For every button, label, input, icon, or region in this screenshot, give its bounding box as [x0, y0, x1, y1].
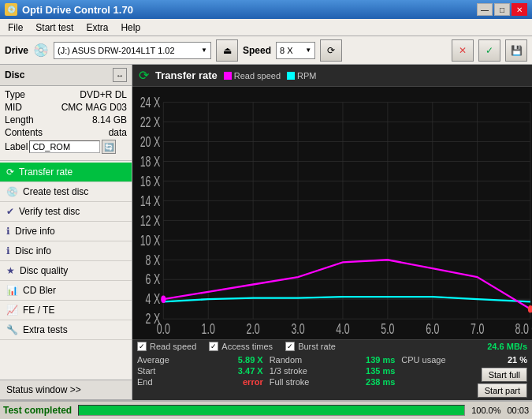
- cpu-usage-value: 21 %: [508, 355, 527, 365]
- burst-rate-value: 24.6 MB/s: [487, 342, 527, 351]
- type-label: Type: [5, 89, 25, 100]
- read-speed-stat-label: Read speed: [150, 342, 196, 351]
- third-stroke-value: 135 ms: [366, 366, 395, 376]
- nav-item-create-test-disc[interactable]: 💿 Create test disc: [0, 182, 132, 202]
- status-bar: Test completed 100.0% 00:03: [0, 400, 532, 419]
- burst-rate-checkbox[interactable]: ✓: [285, 342, 295, 351]
- menu-help[interactable]: Help: [116, 21, 145, 35]
- access-times-checkbox[interactable]: ✓: [209, 342, 218, 351]
- save-icon: 💾: [511, 45, 523, 56]
- nav-label-transfer-rate: Transfer rate: [19, 166, 73, 178]
- end-label: End: [137, 377, 153, 387]
- nav-item-disc-info[interactable]: ℹ Disc info: [0, 241, 132, 261]
- status-window-label: Status window >>: [6, 384, 81, 395]
- app-title: Opti Drive Control 1.70: [22, 4, 133, 16]
- svg-text:1.0: 1.0: [202, 320, 215, 336]
- type-value: DVD+R DL: [80, 89, 127, 100]
- data-rows: Average 5.89 X Start 3.47 X End error Ra…: [132, 353, 532, 400]
- svg-text:5.0: 5.0: [381, 320, 394, 336]
- label-input[interactable]: [29, 140, 100, 153]
- access-times-stat-label: Access times: [221, 342, 273, 351]
- disc-quality-icon: ★: [6, 265, 15, 276]
- read-speed-checkbox[interactable]: ✓: [137, 342, 147, 351]
- minimize-button[interactable]: —: [477, 3, 493, 16]
- disc-header-arrow[interactable]: ↔: [113, 68, 127, 82]
- title-bar: 💿 Opti Drive Control 1.70 — □ ✕: [0, 0, 532, 19]
- random-label: Random: [270, 355, 303, 365]
- drive-dropdown[interactable]: (J:) ASUS DRW-2014L1T 1.02 ▼: [54, 42, 211, 59]
- nav-item-fe-te[interactable]: 📈 FE / TE: [0, 301, 132, 320]
- contents-value: data: [109, 127, 127, 138]
- svg-text:8.0 GB: 8.0 GB: [515, 320, 532, 336]
- nav-label-disc-quality: Disc quality: [20, 265, 68, 276]
- nav-item-disc-quality[interactable]: ★ Disc quality: [0, 261, 132, 281]
- svg-text:8 X: 8 X: [146, 252, 161, 267]
- cpu-usage-label: CPU usage: [401, 355, 445, 365]
- clear-button[interactable]: ✕: [452, 39, 474, 62]
- refresh-icon: ⟳: [327, 45, 335, 56]
- check-button[interactable]: ✓: [478, 39, 500, 62]
- drive-icon: 💿: [33, 43, 49, 58]
- eject-button[interactable]: ⏏: [216, 39, 238, 62]
- maximize-button[interactable]: □: [494, 3, 510, 16]
- speed-dropdown[interactable]: 8 X ▼: [276, 42, 315, 59]
- read-speed-legend-color: [224, 72, 232, 80]
- nav-item-extra-tests[interactable]: 🔧 Extra tests: [0, 320, 132, 340]
- start-part-button[interactable]: Start part: [478, 383, 527, 398]
- chart-area: 24 X 22 X 20 X 18 X 16 X 14 X 12 X 10 X …: [132, 87, 532, 339]
- rpm-legend-label: RPM: [297, 71, 316, 80]
- nav-label-extra-tests: Extra tests: [23, 324, 68, 335]
- toolbar: Drive 💿 (J:) ASUS DRW-2014L1T 1.02 ▼ ⏏ S…: [0, 36, 532, 65]
- burst-rate-stat-label: Burst rate: [298, 342, 336, 351]
- svg-text:4.0: 4.0: [336, 320, 349, 336]
- nav-item-transfer-rate[interactable]: ⟳ Transfer rate: [0, 163, 132, 182]
- close-button[interactable]: ✕: [512, 3, 527, 16]
- svg-text:6 X: 6 X: [146, 271, 161, 287]
- svg-text:3.0: 3.0: [291, 320, 304, 336]
- full-stroke-label: Full stroke: [270, 377, 310, 387]
- main-area: Disc ↔ Type DVD+R DL MID CMC MAG D03 Len…: [0, 65, 532, 400]
- mid-label: MID: [5, 102, 22, 113]
- speed-value: 8 X: [280, 46, 293, 55]
- read-speed-legend-label: Read speed: [234, 71, 281, 80]
- menu-file[interactable]: File: [3, 21, 28, 35]
- menu-bar: File Start test Extra Help: [0, 19, 532, 36]
- left-panel: Disc ↔ Type DVD+R DL MID CMC MAG D03 Len…: [0, 65, 132, 400]
- refresh-button[interactable]: ⟳: [320, 39, 342, 62]
- contents-label: Contents: [5, 127, 43, 138]
- menu-extra[interactable]: Extra: [81, 21, 113, 35]
- drive-value: (J:) ASUS DRW-2014L1T 1.02: [58, 46, 175, 55]
- nav-label-create-test: Create test disc: [23, 186, 88, 197]
- transfer-rate-icon: ⟳: [6, 166, 14, 178]
- save-button[interactable]: 💾: [505, 39, 527, 62]
- nav-item-verify-test-disc[interactable]: ✔ Verify test disc: [0, 202, 132, 222]
- disc-info: Type DVD+R DL MID CMC MAG D03 Length 8.1…: [0, 86, 132, 159]
- check-icon: ✓: [485, 45, 493, 56]
- nav-item-cd-bler[interactable]: 📊 CD Bler: [0, 281, 132, 301]
- nav-label-cd-bler: CD Bler: [23, 285, 56, 296]
- stats-bar: ✓ Read speed ✓ Access times ✓ Burst rate…: [132, 339, 532, 353]
- svg-text:14 X: 14 X: [140, 193, 161, 208]
- data-col-3: CPU usage 21 % Start full Start part: [401, 354, 527, 398]
- chart-svg: 24 X 22 X 20 X 18 X 16 X 14 X 12 X 10 X …: [132, 90, 532, 336]
- speed-dropdown-arrow: ▼: [305, 47, 311, 54]
- label-refresh-icon[interactable]: 🔄: [102, 140, 116, 154]
- data-col-1: Average 5.89 X Start 3.47 X End error: [137, 354, 263, 398]
- chart-icon: ⟳: [139, 68, 149, 83]
- menu-start-test[interactable]: Start test: [31, 21, 78, 35]
- progress-container: [78, 405, 465, 416]
- disc-header: Disc ↔: [0, 65, 132, 86]
- speed-label: Speed: [243, 45, 271, 56]
- data-col-2: Random 139 ms 1/3 stroke 135 ms Full str…: [270, 354, 396, 398]
- nav-label-verify-test: Verify test disc: [19, 206, 80, 217]
- svg-text:2.0: 2.0: [247, 320, 260, 336]
- disc-info-icon: ℹ: [6, 245, 10, 256]
- full-stroke-value: 238 ms: [366, 377, 395, 387]
- nav-item-drive-info[interactable]: ℹ Drive info: [0, 222, 132, 241]
- chart-header: ⟳ Transfer rate Read speed RPM: [132, 65, 532, 87]
- elapsed-time: 00:03: [507, 406, 529, 415]
- start-full-button[interactable]: Start full: [482, 368, 527, 382]
- status-window-button[interactable]: Status window >>: [0, 380, 132, 400]
- drive-info-icon: ℹ: [6, 226, 10, 237]
- clear-icon: ✕: [459, 45, 467, 56]
